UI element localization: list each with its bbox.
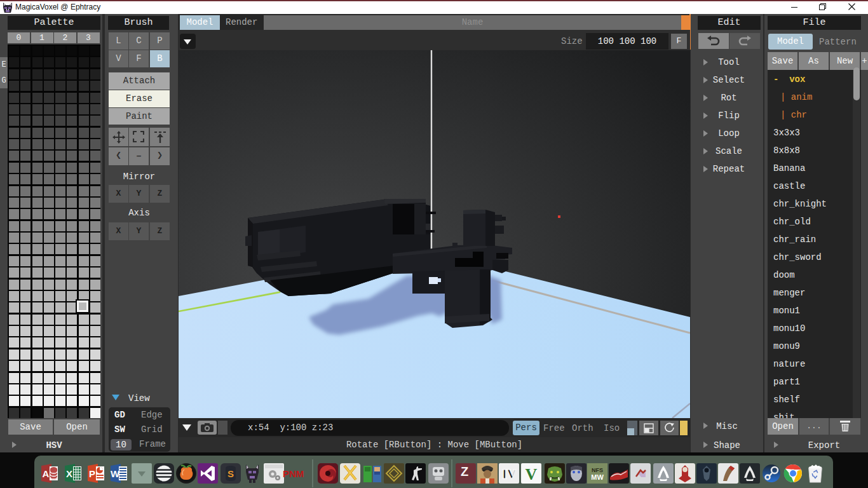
svg-text:W: W	[111, 468, 120, 479]
svg-text:A: A	[43, 468, 50, 479]
svg-text:S: S	[227, 468, 234, 479]
svg-text:NFS: NFS	[592, 467, 603, 473]
svg-text:IV: IV	[502, 467, 517, 481]
svg-text:V: V	[526, 465, 538, 484]
svg-text:P: P	[89, 468, 95, 479]
svg-text:MW: MW	[591, 473, 604, 481]
svg-text:X: X	[66, 468, 72, 479]
